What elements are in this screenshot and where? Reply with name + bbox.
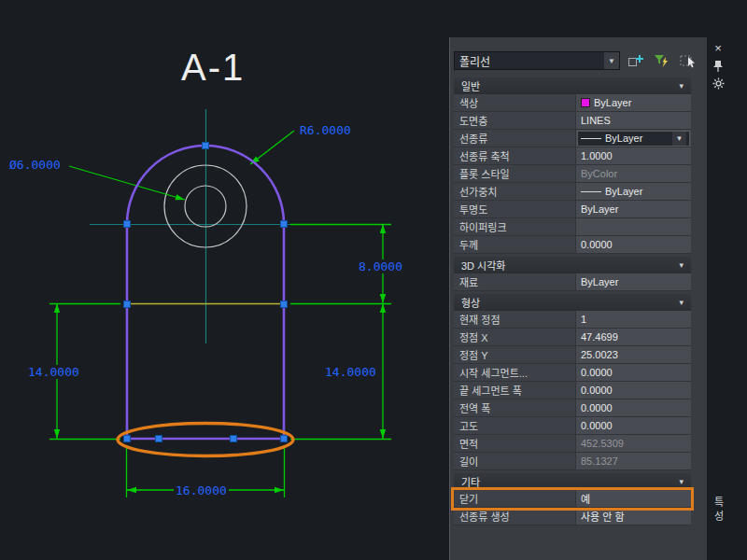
property-row-closed: 닫기 예 <box>454 490 691 508</box>
pickadd-toggle-icon[interactable] <box>626 51 646 70</box>
linetype-dropdown[interactable]: ByLayer ▼ <box>577 131 690 147</box>
chevron-down-icon: ▾ <box>679 477 684 486</box>
property-row-lineweight: 선가중치 ByLayer <box>454 183 691 201</box>
section-header-geometry[interactable]: 형상 ▾ <box>454 294 691 311</box>
chevron-down-icon: ▼ <box>672 132 686 146</box>
grip[interactable] <box>156 436 162 442</box>
dim-label-diameter: Ø6.0000 <box>7 158 63 172</box>
dim-label-height-upper: 8.0000 <box>357 259 404 273</box>
chevron-down-icon: ▾ <box>679 81 684 91</box>
grip[interactable] <box>203 143 209 149</box>
select-objects-icon[interactable] <box>678 51 698 70</box>
properties-palette: 폴리선 ▼ 일반 ▾ 색상 ByLayer 도면층 LINES 선종류 ByLa… <box>449 37 707 560</box>
dim-label-width-bottom: 16.0000 <box>174 483 229 497</box>
property-row-global-width: 전역 폭 0.0000 <box>454 399 691 417</box>
dim-label-radius: R6.0000 <box>298 123 353 137</box>
chevron-down-icon: ▾ <box>679 298 684 307</box>
section-header-misc[interactable]: 기타 ▾ <box>454 473 691 490</box>
dim-label-height-left: 14.0000 <box>26 365 81 379</box>
property-row-layer: 도면층 LINES <box>454 112 691 130</box>
settings-gear-icon[interactable] <box>712 77 725 91</box>
property-row-color: 색상 ByLayer <box>454 94 691 112</box>
property-row-length: 길이 85.1327 <box>454 453 691 470</box>
autohide-pin-icon[interactable] <box>712 60 724 74</box>
property-row-linetype: 선종류 ByLayer ▼ <box>454 130 691 147</box>
property-row-vertex-x: 정점 X 47.4699 <box>454 329 691 346</box>
chevron-down-icon: ▾ <box>679 260 684 270</box>
close-icon[interactable]: × <box>714 42 722 56</box>
property-row-elevation: 고도 0.0000 <box>454 417 691 435</box>
property-row-hyperlink: 하이퍼링크 <box>454 218 691 236</box>
grip[interactable] <box>231 436 237 442</box>
dimension-lines <box>49 131 391 497</box>
grip[interactable] <box>124 221 131 228</box>
section-header-3d-visualization[interactable]: 3D 시각화 ▾ <box>454 257 691 273</box>
property-row-thickness: 두께 0.0000 <box>454 236 691 254</box>
property-row-area: 면적 452.5309 <box>454 435 691 453</box>
linetype-sample <box>581 138 601 139</box>
property-row-plot-style: 플롯 스타일 ByColor <box>454 165 691 183</box>
dim-label-height-right: 14.0000 <box>323 365 378 379</box>
object-type-label: 폴리선 <box>459 53 490 69</box>
grip[interactable] <box>281 436 288 442</box>
property-row-start-segment-width: 시작 세그먼트... 0.0000 <box>454 364 691 382</box>
property-row-material: 재료 ByLayer <box>454 273 691 291</box>
lineweight-sample <box>581 191 601 192</box>
palette-toolbar: 폴리선 ▼ <box>454 51 707 70</box>
property-row-linetype-generation: 선종류 생성 사용 안 함 <box>454 508 691 525</box>
property-row-current-vertex: 현재 정점 1 <box>454 311 691 329</box>
quick-select-icon[interactable] <box>652 51 672 70</box>
chevron-down-icon: ▼ <box>604 52 619 69</box>
palette-title-bar: × 특성 <box>708 37 728 560</box>
palette-vertical-title[interactable]: 특성 <box>711 497 726 525</box>
property-row-end-segment-width: 끝 세그먼트 폭 0.0000 <box>454 382 691 399</box>
dimension-arrowheads <box>54 156 386 493</box>
grip[interactable] <box>281 221 288 228</box>
grip[interactable] <box>124 301 131 308</box>
section-header-general[interactable]: 일반 ▾ <box>454 77 691 94</box>
property-row-linetype-scale: 선종류 축척 1.0000 <box>454 147 691 165</box>
property-row-transparency: 투명도 ByLayer <box>454 201 691 218</box>
grip[interactable] <box>124 436 131 442</box>
color-swatch <box>581 98 590 107</box>
object-type-dropdown[interactable]: 폴리선 ▼ <box>454 51 620 70</box>
property-row-vertex-y: 정점 Y 25.0023 <box>454 346 691 364</box>
grip[interactable] <box>281 301 288 308</box>
drawing-title: A-1 <box>181 47 245 89</box>
